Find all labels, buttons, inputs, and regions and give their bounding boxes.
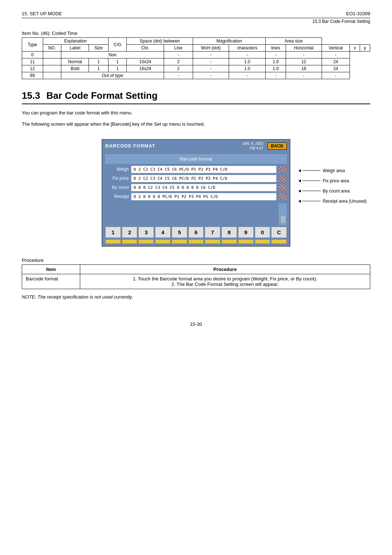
bycount-indicator-line <box>302 191 320 191</box>
receipt-arrow-icon <box>298 200 301 203</box>
procedure-table: Item Procedure Barcode format 1. Touch t… <box>22 264 370 289</box>
section-heading: 15.3 Bar Code Format Setting <box>22 90 370 104</box>
col-label: Label <box>61 45 89 52</box>
procedure-label: Procedure <box>22 258 370 263</box>
bycount-arrow-icon <box>298 190 301 193</box>
numpad-4[interactable]: 4 <box>155 227 171 238</box>
header-left: 15. SET UP MODE <box>22 11 62 16</box>
yellow-btn-11[interactable] <box>271 239 287 244</box>
screen-title: BARCODE FORMAT <box>105 143 155 149</box>
yellow-btn-7[interactable] <box>205 239 220 244</box>
col-explanation: Explanation <box>43 38 108 45</box>
table-row: 99 Out of type - - - - - - <box>22 72 370 79</box>
scroll-thumb[interactable] <box>280 215 286 224</box>
yellow-btn-3[interactable] <box>138 239 154 244</box>
barcode-screen: BARCODE FORMAT JAN. 8, 2003PM 4:47 BACK … <box>102 139 290 247</box>
bycount-value[interactable]: 0 0 0 C2 C3 C4 C5 0 0 0 0 0 C6 C/D <box>131 184 277 191</box>
col-characters: characters <box>229 45 266 52</box>
col-space: Space (dot) between <box>127 38 193 45</box>
numpad-5[interactable]: 5 <box>172 227 187 238</box>
proc-col-procedure: Procedure <box>80 264 370 274</box>
numpad-9[interactable]: 9 <box>238 227 254 238</box>
receipt-area-indicator <box>279 193 287 200</box>
screen-header: BARCODE FORMAT JAN. 8, 2003PM 4:47 BACK <box>102 140 290 152</box>
col-chr: Chr. <box>127 45 164 52</box>
fixprice-arrow-icon <box>298 179 301 182</box>
barcode-row-weigh: Weigh 0 2 C2 C3 C4 C5 C6 PC/D P1 P2 P3 P… <box>105 166 287 173</box>
numpad-3[interactable]: 3 <box>138 227 154 238</box>
scroll-area <box>105 203 287 225</box>
numpad-2[interactable]: 2 <box>122 227 138 238</box>
col-lines: lines <box>266 45 286 52</box>
receipt-area-text: Receipt area (Unused) <box>323 199 367 204</box>
col-no: NO. <box>43 45 61 52</box>
col-size: Size <box>89 45 109 52</box>
header-right: EO1-31009 <box>346 11 371 16</box>
receipt-value[interactable]: 0 2 0 0 0 0 PC/D P1 P2 P3 P4 P5 C/D <box>131 193 277 200</box>
fixprice-area-text: Fix price area <box>323 178 349 183</box>
page-header: 15. SET UP MODE EO1-31009 <box>22 11 370 16</box>
fixprice-indicator-line <box>302 181 320 181</box>
numpad-1[interactable]: 1 <box>105 227 121 238</box>
fixprice-value[interactable]: 0 2 C2 C3 C4 C5 C6 PC/D P1 P2 P3 P4 C/D <box>131 175 277 182</box>
receipt-indicator-line <box>302 201 320 201</box>
item-no-table: Type Explanation C/G Space (dot) between… <box>22 37 370 79</box>
body-text-1: You can program the bar code format with… <box>22 109 370 117</box>
barcode-format-label: Barcode format <box>105 154 287 163</box>
weigh-area-label: Weigh area <box>298 168 367 173</box>
col-type: Type <box>22 38 43 52</box>
numpad-0[interactable]: 0 <box>255 227 270 238</box>
fixprice-area-label: Fix price area <box>298 178 367 183</box>
header-divider <box>22 18 370 18</box>
receipt-label: Receipt <box>105 194 129 199</box>
yellow-btn-9[interactable] <box>238 239 254 244</box>
screen-container: BARCODE FORMAT JAN. 8, 2003PM 4:47 BACK … <box>22 139 370 247</box>
yellow-btn-8[interactable] <box>221 239 237 244</box>
weigh-arrow-icon <box>298 169 301 172</box>
barcode-row-receipt: Receipt 0 2 0 0 0 0 PC/D P1 P2 P3 P4 P5 … <box>105 193 287 200</box>
back-button[interactable]: BACK <box>268 142 287 150</box>
bycount-area-indicator <box>279 184 287 191</box>
fixprice-label: Fix price <box>105 176 129 181</box>
section-number: 15.3 <box>22 90 40 101</box>
yellow-btn-5[interactable] <box>172 239 187 244</box>
note-text: NOTE: The receipt specification is not u… <box>22 294 370 300</box>
barcode-row-fixprice: Fix price 0 2 C2 C3 C4 C5 C6 PC/D P1 P2 … <box>105 175 287 182</box>
item-no-label: Item No. (46): Coded Time <box>22 31 370 36</box>
yellow-btn-4[interactable] <box>155 239 171 244</box>
yellow-btn-2[interactable] <box>122 239 138 244</box>
yellow-btn-6[interactable] <box>188 239 204 244</box>
screen-body: Barcode format Weigh 0 2 C2 C3 C4 C5 C6 … <box>102 152 290 225</box>
fixprice-area-indicator <box>279 175 287 182</box>
weigh-label: Weigh <box>105 167 129 172</box>
barcode-row-bycount: By count 0 0 0 C2 C3 C4 C5 0 0 0 0 0 C6 … <box>105 184 287 191</box>
numpad-7[interactable]: 7 <box>205 227 220 238</box>
sub-header: 15.3 Bar Code Format Setting <box>22 19 370 24</box>
bycount-area-label: By count area <box>298 189 367 194</box>
sub-header-text: 15.3 Bar Code Format Setting <box>313 19 370 24</box>
numpad-row: 1 2 3 4 5 6 7 8 9 0 C <box>102 225 290 239</box>
col-horizontal: Horizontal <box>286 45 322 52</box>
weigh-indicator-line <box>302 170 320 171</box>
receipt-area-label: Receipt area (Unused) <box>298 199 367 204</box>
table-row: 0 Non - - - - - - <box>22 52 370 58</box>
numpad-6[interactable]: 6 <box>188 227 204 238</box>
weigh-value[interactable]: 0 2 C2 C3 C4 C5 C6 PC/D P1 P2 P3 P4 C/D <box>131 166 277 173</box>
bycount-label: By count <box>105 185 129 190</box>
numpad-yellow-row <box>102 239 290 246</box>
yellow-btn-10[interactable] <box>255 239 270 244</box>
weigh-area-indicator <box>279 166 287 173</box>
yellow-btn-1[interactable] <box>105 239 121 244</box>
proc-row-barcode: Barcode format 1. Touch the Barcode form… <box>22 274 370 289</box>
col-area-size: Area size <box>266 38 322 45</box>
col-x: x <box>350 45 360 52</box>
numpad-8[interactable]: 8 <box>221 227 237 238</box>
numpad-c[interactable]: C <box>271 227 287 238</box>
col-vertical: Vertical <box>322 45 350 52</box>
proc-col-item: Item <box>22 264 80 274</box>
proc-item-procedure: 1. Touch the Barcode format area you des… <box>80 274 370 289</box>
screen-datetime: JAN. 8, 2003PM 4:47 <box>242 141 264 151</box>
body-text-2: The following screen will appear when th… <box>22 121 370 128</box>
table-row: 11 Normal 1 1 10x24 2 - 1.0 1.0 12 24 <box>22 58 370 65</box>
col-y: y <box>360 45 370 52</box>
